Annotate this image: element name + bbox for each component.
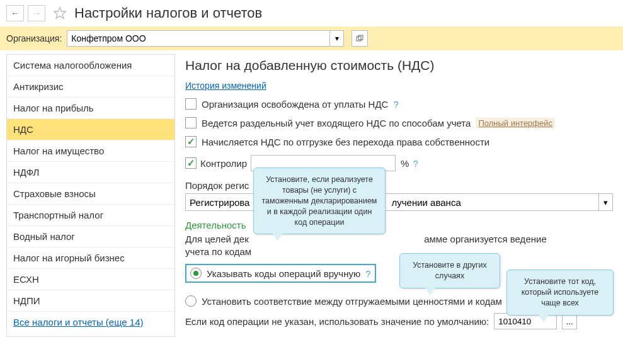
percent-label: % [401, 158, 409, 169]
radio-manual-label: Указывать коды операций вручную [207, 268, 360, 279]
registration-label: Порядок регис [185, 180, 613, 191]
shipment-checkbox[interactable] [185, 136, 197, 147]
nav-forward-button[interactable]: → [28, 5, 45, 21]
exempt-label: Организация освобождена от уплаты НДС [202, 99, 388, 110]
radio-manual-codes[interactable] [190, 268, 202, 279]
help-icon[interactable]: ? [413, 158, 418, 169]
nav-back-button[interactable]: ← [6, 5, 24, 21]
sidebar-item-transport-tax[interactable]: Транспортный налог [7, 205, 174, 226]
default-code-picker-button[interactable]: ... [562, 313, 577, 329]
sidebar-item-ndfl[interactable]: НДФЛ [7, 162, 174, 183]
content-title: Налог на добавленную стоимость (НДС) [185, 58, 613, 73]
content-area: Налог на добавленную стоимость (НДС) Ист… [175, 50, 623, 337]
page-title: Настройки налогов и отчетов [74, 5, 262, 21]
callout-tooltip-1: Установите, если реализуете товары (не у… [253, 168, 386, 234]
callout-tooltip-3: Установите тот код, который используете … [506, 270, 614, 316]
split-checkbox[interactable] [185, 117, 197, 128]
activity-heading: Деятельность [185, 220, 613, 230]
exempt-checkbox[interactable] [185, 98, 197, 110]
shipment-label: Начисляется НДС по отгрузке без перехода… [202, 137, 489, 147]
help-icon[interactable]: ? [393, 99, 398, 110]
organization-dropdown-button[interactable]: ▾ [330, 30, 344, 47]
control-checkbox[interactable] [185, 157, 197, 169]
control-label: Контролир [200, 158, 247, 169]
sidebar-item-anticrisis[interactable]: Антикризис [7, 76, 174, 98]
full-interface-badge[interactable]: Полный интерфейс [476, 118, 555, 128]
split-label: Ведется раздельный учет входящего НДС по… [202, 118, 471, 128]
callout-tooltip-2: Установите в других случаях [399, 253, 500, 288]
history-link[interactable]: История изменений [185, 81, 266, 91]
sidebar-all-taxes-link[interactable]: Все налоги и отчеты (еще 14) [13, 317, 144, 327]
default-code-label: Если код операции не указан, использоват… [185, 316, 489, 327]
sidebar-item-tax-system[interactable]: Система налогообложения [7, 55, 174, 76]
radio-mapping-label: Установить соответствие между отгружаемы… [202, 296, 502, 307]
organization-open-button[interactable] [352, 30, 368, 47]
organization-input[interactable] [67, 30, 330, 47]
sidebar-item-insurance[interactable]: Страховые взносы [7, 183, 174, 205]
svg-marker-0 [54, 8, 66, 18]
sidebar-item-vat[interactable]: НДС [7, 119, 174, 140]
open-icon [356, 35, 363, 42]
activity-description: Для целей дек амме организуется ведение … [185, 233, 613, 258]
sidebar-item-ndpi[interactable]: НДПИ [7, 290, 174, 312]
registration-select[interactable] [185, 193, 599, 211]
organization-bar: Организация: ▾ [0, 26, 623, 50]
registration-dropdown-button[interactable]: ▾ [599, 193, 613, 211]
sidebar-item-property-tax[interactable]: Налог на имущество [7, 140, 174, 162]
help-icon[interactable]: ? [365, 268, 370, 279]
sidebar-item-eshn[interactable]: ЕСХН [7, 269, 174, 290]
sidebar-item-gambling-tax[interactable]: Налог на игорный бизнес [7, 247, 174, 269]
organization-label: Организация: [6, 33, 62, 43]
radio-manual-codes-row[interactable]: Указывать коды операций вручную ? [185, 264, 376, 283]
sidebar: Система налогообложения Антикризис Налог… [6, 54, 175, 337]
sidebar-item-profit-tax[interactable]: Налог на прибыль [7, 98, 174, 119]
sidebar-item-water-tax[interactable]: Водный налог [7, 226, 174, 247]
radio-mapping[interactable] [185, 295, 197, 307]
favorite-star-icon[interactable] [53, 6, 67, 20]
